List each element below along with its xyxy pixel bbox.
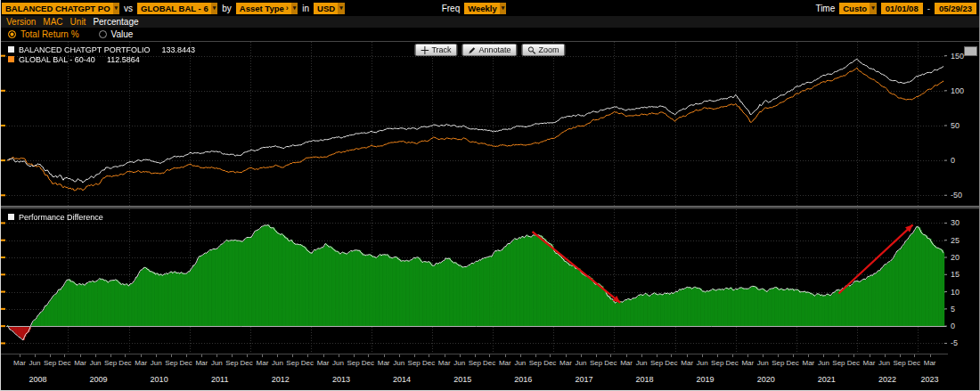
x-axis-month-label: Sep bbox=[408, 359, 421, 367]
total-return-panel: BALANCED CHATGPT PORTFOLIO 133.8443 GLOB… bbox=[1, 42, 979, 206]
x-axis-tick bbox=[687, 354, 688, 357]
x-axis-tick bbox=[156, 354, 157, 357]
x-axis-month-label: Sep bbox=[44, 359, 56, 367]
radio-value[interactable]: Value bbox=[99, 29, 134, 39]
x-axis-month-label: Jun bbox=[697, 359, 708, 367]
x-axis-month-label: Jun bbox=[878, 359, 890, 367]
annotate-button[interactable]: Annotate bbox=[462, 44, 518, 56]
x-axis-month-label: Jun bbox=[332, 359, 344, 367]
radio-selected-icon bbox=[8, 30, 16, 38]
x-axis-month-label: Mar bbox=[13, 359, 26, 367]
x-axis-month-label: Mar bbox=[741, 359, 754, 367]
x-axis-tick bbox=[535, 354, 536, 357]
x-axis-month-label: Jun bbox=[757, 359, 769, 367]
x-axis-tick bbox=[626, 354, 627, 357]
x-axis-tick bbox=[505, 354, 506, 357]
x-axis-tick bbox=[747, 354, 748, 357]
x-axis-month-label: Mar bbox=[317, 359, 330, 367]
x-axis: MarJunSepDec2008MarJunSepDec2009MarJunSe… bbox=[1, 354, 948, 391]
x-axis-tick bbox=[778, 354, 779, 357]
x-axis-tick bbox=[414, 354, 415, 357]
x-axis-tick bbox=[232, 354, 233, 357]
y-axis-tick-label: 5 bbox=[951, 305, 955, 314]
chevron-down-icon: ▾ bbox=[500, 3, 507, 14]
x-axis-tick bbox=[900, 354, 901, 357]
x-axis-month-label: Dec bbox=[422, 359, 435, 367]
legend-item: GLOBAL BAL - 60-40 112.5864 bbox=[8, 54, 195, 64]
y-axis-tick-label: 0 bbox=[951, 322, 955, 330]
x-axis-tick bbox=[125, 354, 126, 357]
x-axis-month-label: Dec bbox=[362, 359, 374, 367]
radio-total-return[interactable]: Total Return % bbox=[8, 29, 79, 39]
x-axis-tick bbox=[581, 354, 582, 357]
x-axis-month-label: Dec bbox=[301, 359, 314, 367]
frequency-dropdown[interactable]: Weekly ▾ bbox=[464, 3, 506, 14]
currency-text: USD bbox=[317, 4, 335, 13]
zoom-button[interactable]: Zoom bbox=[522, 44, 566, 56]
x-axis-tick bbox=[201, 354, 202, 357]
x-axis-tick bbox=[20, 354, 20, 357]
x-axis-month-label: Jun bbox=[272, 359, 283, 367]
start-date-field[interactable]: 01/01/08 bbox=[881, 3, 923, 14]
security2-field[interactable]: GLOBAL BAL - 6 ▾ bbox=[137, 3, 217, 14]
end-date-field[interactable]: 05/29/23 bbox=[935, 3, 976, 14]
unit-label[interactable]: Unit bbox=[70, 17, 86, 27]
security1-field[interactable]: BALANCED CHATGPT PO ▾ bbox=[2, 3, 119, 14]
x-axis-year-label: 2021 bbox=[818, 375, 836, 384]
x-axis-tick bbox=[354, 354, 355, 357]
annotate-button-label: Annotate bbox=[479, 45, 511, 54]
y-axis-tick-label: -5 bbox=[951, 338, 958, 347]
x-axis-month-label: Sep bbox=[650, 359, 663, 367]
x-axis-year-label: 2018 bbox=[635, 375, 653, 384]
legend-label: Performance Difference bbox=[19, 213, 103, 222]
total-return-chart-canvas[interactable] bbox=[1, 42, 948, 206]
version-value[interactable]: MAC bbox=[43, 17, 62, 27]
x-axis-month-label: Dec bbox=[604, 359, 617, 367]
x-axis-month-label: Mar bbox=[681, 359, 693, 367]
series-swatch-orange bbox=[8, 56, 14, 62]
crosshair-icon bbox=[421, 46, 429, 54]
x-axis-tick bbox=[914, 354, 915, 357]
radio-unselected-icon bbox=[99, 30, 107, 38]
x-axis-month-label: Sep bbox=[225, 359, 238, 367]
x-axis-month-label: Jun bbox=[818, 359, 829, 367]
series-swatch-white bbox=[8, 46, 14, 53]
asset-type-dropdown[interactable]: Asset Type › ▾ bbox=[236, 3, 298, 14]
time-mode-dropdown[interactable]: Custo ▾ bbox=[839, 3, 876, 14]
x-axis-month-label: Sep bbox=[590, 359, 602, 367]
x-axis-month-label: Jun bbox=[636, 359, 648, 367]
chevron-down-icon: ▾ bbox=[338, 3, 345, 14]
bottom-y-axis: 302520151050-5 bbox=[947, 209, 979, 354]
x-axis-year-label: 2014 bbox=[393, 375, 411, 384]
x-axis-month-label: Dec bbox=[787, 359, 799, 367]
x-axis-tick bbox=[657, 354, 657, 357]
x-axis-year-label: 2010 bbox=[151, 375, 168, 384]
mode-selector-row: Total Return % Value bbox=[1, 28, 979, 41]
freq-label: Freq bbox=[442, 4, 461, 13]
legend-label: GLOBAL BAL - 60-40 bbox=[19, 55, 95, 64]
x-axis-month-label: Mar bbox=[499, 359, 511, 367]
x-axis-month-label: Sep bbox=[529, 359, 542, 367]
bloomberg-terminal-window: BALANCED CHATGPT PO ▾ vs GLOBAL BAL - 6 … bbox=[0, 0, 980, 391]
time-label: Time bbox=[815, 4, 835, 13]
currency-dropdown[interactable]: USD ▾ bbox=[314, 3, 345, 14]
performance-difference-panel: Performance Difference 302520151050-5 bbox=[1, 209, 979, 354]
x-axis-tick bbox=[671, 354, 672, 357]
x-axis-month-label: Dec bbox=[179, 359, 192, 367]
chart-menu-button[interactable] bbox=[964, 46, 977, 56]
x-axis-month-label: Mar bbox=[438, 359, 451, 367]
x-axis-tick bbox=[277, 354, 278, 357]
x-axis-tick bbox=[399, 354, 400, 357]
version-label[interactable]: Version bbox=[6, 17, 36, 27]
performance-difference-chart-canvas[interactable] bbox=[1, 209, 948, 354]
x-axis-month-label: Jun bbox=[29, 359, 41, 367]
legend-label: BALANCED CHATGPT PORTFOLIO bbox=[19, 45, 151, 54]
track-button[interactable]: Track bbox=[414, 44, 457, 56]
x-axis-year-label: 2016 bbox=[514, 375, 532, 384]
x-axis-tick bbox=[460, 354, 461, 357]
x-axis-month-label: Mar bbox=[378, 359, 390, 367]
x-axis-month-label: Dec bbox=[847, 359, 860, 367]
date-range-separator: - bbox=[927, 4, 930, 13]
x-axis-tick bbox=[323, 354, 324, 357]
x-axis-month-label: Mar bbox=[135, 359, 147, 367]
